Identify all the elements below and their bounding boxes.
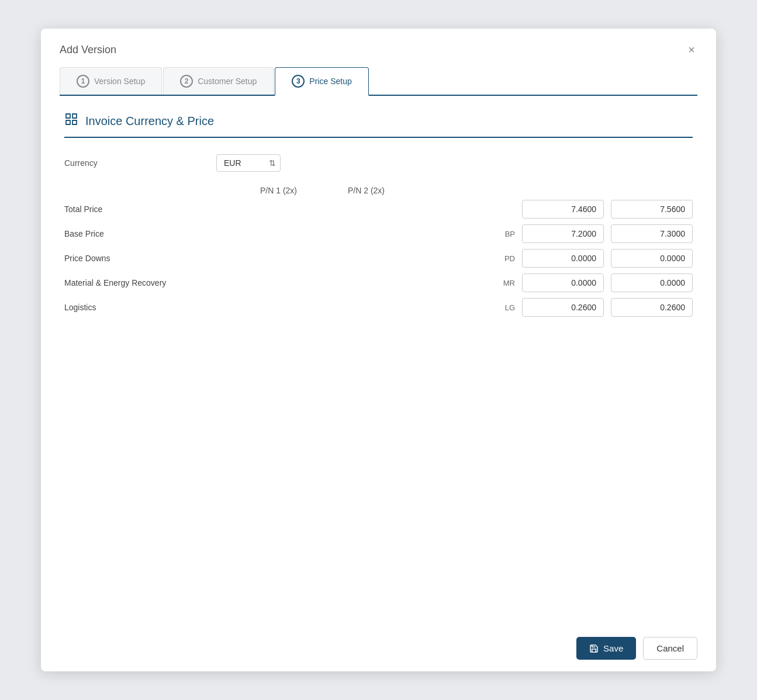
price-row-label-0: Total Price xyxy=(64,205,522,214)
form-area: Currency EUR USD GBP ⇅ P/N 1 (2x) P/N 2 … xyxy=(64,150,693,327)
col-header-1: P/N 1 (2x) xyxy=(216,186,304,195)
tab-label-price-setup: Price Setup xyxy=(309,77,351,86)
price-row-code-1: BP xyxy=(499,230,522,238)
svg-rect-1 xyxy=(72,114,77,118)
tab-customer-setup[interactable]: 2 Customer Setup xyxy=(163,67,274,95)
price-input-row4-col2[interactable] xyxy=(611,298,693,317)
price-row-code-3: MR xyxy=(499,279,522,287)
price-input-row0-col1[interactable] xyxy=(522,200,604,219)
tab-label-customer-setup: Customer Setup xyxy=(198,77,257,86)
currency-label: Currency xyxy=(64,158,216,168)
svg-rect-3 xyxy=(66,120,70,124)
svg-rect-0 xyxy=(66,114,70,118)
price-input-row1-col2[interactable] xyxy=(611,224,693,243)
price-row-1: Base PriceBP xyxy=(64,224,693,243)
price-row-label-4: LogisticsLG xyxy=(64,303,522,312)
modal-header: Add Version × xyxy=(41,29,716,67)
currency-select[interactable]: EUR USD GBP xyxy=(216,154,281,172)
price-input-row4-col1[interactable] xyxy=(522,298,604,317)
price-input-row2-col2[interactable] xyxy=(611,249,693,268)
building-icon xyxy=(64,112,78,130)
svg-rect-2 xyxy=(72,120,77,124)
tab-number-1: 1 xyxy=(77,75,89,88)
price-input-row3-col1[interactable] xyxy=(522,273,604,292)
save-button[interactable]: Save xyxy=(576,637,636,660)
price-row-code-4: LG xyxy=(499,303,522,312)
tab-number-3: 3 xyxy=(292,75,305,88)
price-input-row1-col1[interactable] xyxy=(522,224,604,243)
tab-label-version-setup: Version Setup xyxy=(94,77,145,86)
price-row-3: Material & Energy RecoveryMR xyxy=(64,273,693,292)
currency-row: Currency EUR USD GBP ⇅ xyxy=(64,154,693,172)
close-button[interactable]: × xyxy=(686,41,697,58)
price-row-label-3: Material & Energy RecoveryMR xyxy=(64,278,522,287)
modal-title: Add Version xyxy=(60,44,116,56)
section-title: Invoice Currency & Price xyxy=(85,115,214,128)
save-label: Save xyxy=(603,643,623,653)
price-input-row3-col2[interactable] xyxy=(611,273,693,292)
tab-version-setup[interactable]: 1 Version Setup xyxy=(60,67,162,95)
price-input-row2-col1[interactable] xyxy=(522,249,604,268)
currency-select-wrapper: EUR USD GBP ⇅ xyxy=(216,154,281,172)
modal-content: Invoice Currency & Price Currency EUR US… xyxy=(41,96,716,625)
modal: Add Version × 1 Version Setup 2 Customer… xyxy=(41,29,716,671)
col-header-2: P/N 2 (2x) xyxy=(304,186,392,195)
price-row-label-2: Price DownsPD xyxy=(64,254,522,263)
price-row-0: Total Price xyxy=(64,200,693,219)
price-row-4: LogisticsLG xyxy=(64,298,693,317)
price-input-row0-col2[interactable] xyxy=(611,200,693,219)
save-icon xyxy=(589,644,599,653)
modal-footer: Save Cancel xyxy=(41,625,716,671)
tab-number-2: 2 xyxy=(180,75,193,88)
price-row-code-2: PD xyxy=(499,254,522,263)
price-row-label-1: Base PriceBP xyxy=(64,229,522,238)
tabs-container: 1 Version Setup 2 Customer Setup 3 Price… xyxy=(60,67,697,96)
price-row-2: Price DownsPD xyxy=(64,249,693,268)
tab-price-setup[interactable]: 3 Price Setup xyxy=(275,67,368,96)
cancel-button[interactable]: Cancel xyxy=(643,637,697,660)
column-headers: P/N 1 (2x) P/N 2 (2x) xyxy=(216,186,693,195)
section-header: Invoice Currency & Price xyxy=(64,112,693,138)
price-rows-container: Total PriceBase PriceBPPrice DownsPDMate… xyxy=(64,200,693,317)
